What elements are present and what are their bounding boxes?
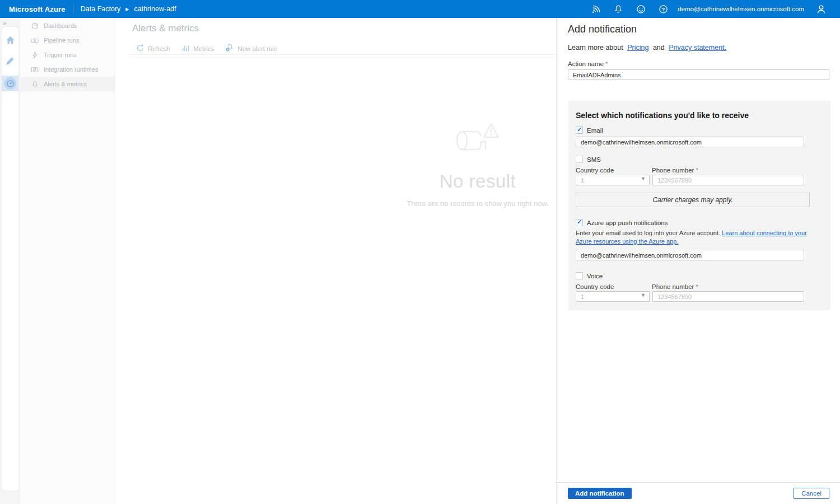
sidebar-item-pipeline-runs[interactable]: Pipeline runs [20,33,115,48]
integration-runtime-icon [31,66,39,73]
bell-icon [31,80,39,88]
learn-more-text: Learn more about Pricing and Privacy sta… [568,44,829,52]
voice-checkbox-label[interactable]: Voice [587,273,603,279]
push-description: Enter your email used to log into your A… [576,229,815,245]
rail-card [2,27,18,491]
account-email[interactable]: demo@cathrinewilhelmsen.onmicrosoft.com [678,6,804,12]
notification-options-section: Select which notifications you'd like to… [568,101,830,310]
svg-text:?: ? [661,6,665,12]
refresh-button[interactable]: Refresh [136,44,170,54]
breadcrumb-resource[interactable]: cathrinew-adf [134,5,176,13]
sms-country-code-select [576,175,650,185]
email-option-row: Email [576,127,823,134]
sms-country-code-label: Country code [576,167,652,174]
donut-chart-icon [31,22,39,30]
edit-pencil-icon[interactable] [2,55,18,67]
sms-checkbox-label[interactable]: SMS [587,156,601,163]
monitor-gauge-icon [4,77,16,90]
smiley-feedback-icon[interactable] [629,0,652,18]
push-option-row: Azure app push notifications [576,219,823,226]
sms-checkbox[interactable] [576,156,583,163]
lightning-icon [31,51,39,59]
email-address-input[interactable] [576,137,804,147]
action-name-input[interactable] [568,69,829,80]
help-icon[interactable]: ? [652,0,674,18]
home-icon[interactable] [2,34,18,46]
bar-chart-icon [181,44,190,54]
refresh-icon [136,44,144,54]
email-checkbox-label[interactable]: Email [587,127,603,134]
voice-phone-label: Phone number* [652,283,698,290]
sms-fields: ▼ [576,174,823,185]
privacy-statement-link[interactable]: Privacy statement. [669,44,726,52]
sidebar-item-integration-runtimes[interactable]: Integration runtimes [20,62,115,77]
bell-icon[interactable] [607,0,629,18]
section-heading: Select which notifications you'd like to… [576,111,823,120]
add-notification-panel: Add notification Learn more about Pricin… [556,18,840,504]
metrics-button[interactable]: Metrics [181,44,214,54]
voice-option-row: Voice [576,272,823,279]
add-notification-button[interactable]: Add notification [568,488,632,499]
sidebar-item-trigger-runs[interactable]: Trigger runs [20,48,115,62]
panel-title: Add notification [568,24,829,35]
pipeline-icon [31,36,39,44]
voice-field-labels: Country code Phone number* [576,279,823,290]
breadcrumb-separator-icon: ▶ [125,7,129,12]
push-checkbox-label[interactable]: Azure app push notifications [587,220,668,226]
person-icon[interactable] [810,0,832,18]
new-alert-icon [225,43,234,54]
sidebar-item-dashboards[interactable]: Dashboards [20,18,115,33]
push-email-input[interactable] [576,250,804,260]
panel-footer: Add notification Cancel [557,482,840,504]
email-checkbox[interactable] [576,127,583,134]
carrier-charges-note: Carrier charges may apply. [576,193,810,207]
sms-phone-label: Phone number* [652,167,698,174]
left-icon-rail: » [0,18,20,504]
action-name-label: Action name* [568,60,829,67]
sms-phone-input [652,175,804,185]
new-alert-rule-button[interactable]: New alert rule [225,43,277,54]
voice-phone-input [652,291,804,302]
monitor-sidebar: Dashboards Pipeline runs Trigger runs In… [20,18,115,504]
sms-option-row: SMS [576,156,823,163]
top-bar: Microsoft Azure Data Factory ▶ cathrinew… [0,0,840,18]
sidebar-item-alerts-metrics[interactable]: Alerts & metrics [20,77,115,91]
voice-checkbox[interactable] [576,272,583,279]
expand-chevron-icon[interactable]: » [0,18,20,26]
voice-country-code-select [576,291,650,302]
azure-brand[interactable]: Microsoft Azure [9,5,66,13]
voice-fields: ▼ [576,290,823,302]
signal-icon[interactable] [585,0,607,18]
monitor-nav-active[interactable] [2,76,18,91]
pricing-link[interactable]: Pricing [627,44,648,52]
breadcrumb-app[interactable]: Data Factory [81,5,121,13]
cancel-button[interactable]: Cancel [794,488,829,499]
topbar-divider [73,4,73,13]
voice-country-code-label: Country code [576,283,652,290]
push-checkbox[interactable] [576,219,583,226]
sms-field-labels: Country code Phone number* [576,163,823,174]
required-mark: * [605,60,608,67]
